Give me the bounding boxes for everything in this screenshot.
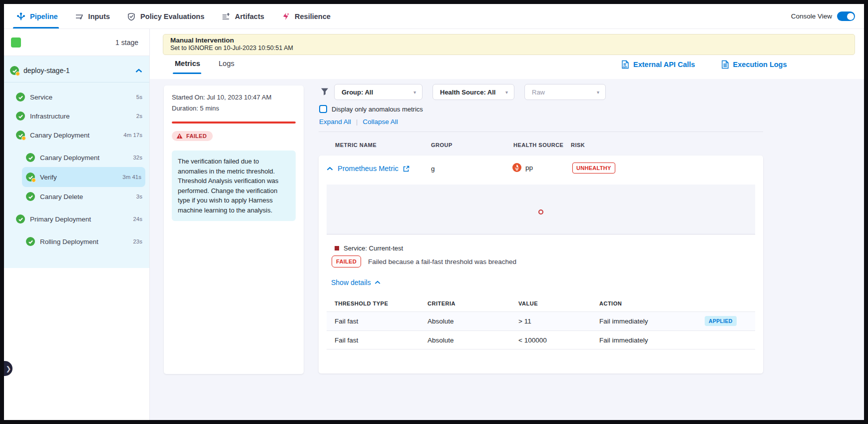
divider: | <box>356 118 358 126</box>
started-on-label: Started On: Jul 10, 2023 10:47 AM <box>172 94 296 101</box>
metric-failed-badge: FAILED <box>332 256 361 268</box>
pipeline-icon <box>16 12 25 21</box>
filter-funnel-icon[interactable] <box>320 87 329 96</box>
success-check-icon <box>26 153 35 162</box>
threshold-table-header: THRESHOLD TYPE CRITERIA VALUE ACTION <box>327 298 755 312</box>
sidebar-item-canary-deployment[interactable]: Canary Deployment 32s <box>4 148 149 167</box>
active-tab-underline <box>13 27 59 28</box>
artifacts-icon <box>221 12 230 21</box>
metric-name-link[interactable]: Prometheus Metric <box>338 164 399 172</box>
tab-policy-evaluations-label: Policy Evaluations <box>140 12 204 20</box>
sidebar-expand-handle[interactable]: ❯ <box>4 361 12 376</box>
verification-summary-card: Started On: Jul 10, 2023 10:47 AM Durati… <box>164 86 304 374</box>
sidebar-item-deploy-stage-1[interactable]: deploy-stage-1 <box>4 56 149 82</box>
verdict-message: Failed because a fail-fast threshold was… <box>368 258 516 266</box>
column-header-threshold-type: THRESHOLD TYPE <box>335 300 388 306</box>
sidebar-item-canary-deployment-group[interactable]: Canary Deployment 4m 17s <box>4 126 149 144</box>
tab-pipeline[interactable]: Pipeline <box>16 4 58 28</box>
console-view-label: Console View <box>791 12 832 20</box>
table-row: Fail fast Absolute > 11 Fail immediately… <box>327 312 755 330</box>
column-header-metric-name: METRIC NAME <box>335 142 377 148</box>
expand-all-link[interactable]: Expand All <box>319 118 351 126</box>
svg-text:API: API <box>623 66 627 68</box>
step-duration: 24s <box>133 216 142 222</box>
anomalous-metrics-checkbox[interactable] <box>319 105 327 113</box>
inputs-icon <box>75 12 84 21</box>
warning-check-icon <box>16 130 25 140</box>
verification-failure-message: The verification failed due to anomalies… <box>172 150 296 221</box>
verification-status-badge: FAILED <box>172 131 213 141</box>
tab-inputs-label: Inputs <box>88 12 110 20</box>
tab-logs[interactable]: Logs <box>219 60 234 68</box>
tab-artifacts-label: Artifacts <box>235 12 264 20</box>
step-duration: 32s <box>133 154 142 160</box>
group-filter-dropdown[interactable]: Group: All ▾ <box>334 84 423 100</box>
metric-chart[interactable] <box>327 184 755 234</box>
health-source-cell: pp <box>512 163 533 172</box>
verification-content: Started On: Jul 10, 2023 10:47 AM Durati… <box>150 79 864 420</box>
tab-policy-evaluations[interactable]: Policy Evaluations <box>127 4 204 28</box>
console-view-toggle[interactable] <box>837 12 855 21</box>
show-details-toggle[interactable]: Show details <box>331 278 381 286</box>
health-source-filter-dropdown[interactable]: Health Source: All ▾ <box>433 84 514 100</box>
resilience-icon <box>281 12 290 21</box>
stage-status-square[interactable] <box>11 38 21 48</box>
external-link-icon[interactable] <box>403 166 410 172</box>
api-document-icon: API <box>621 60 629 69</box>
sidebar-item-rolling-deployment[interactable]: Rolling Deployment 23s <box>4 232 149 251</box>
header-links: API External API Calls Execution Logs <box>621 60 787 69</box>
success-check-icon <box>16 214 25 224</box>
tab-pipeline-label: Pipeline <box>30 12 58 20</box>
success-check-icon <box>26 192 35 201</box>
risk-status-badge: UNHEALTHY <box>572 162 615 174</box>
banner-message: Set to IGNORE on 10-Jul-2023 10:50:51 AM <box>170 44 848 52</box>
step-duration: 5s <box>136 94 142 100</box>
execution-logs-link[interactable]: Execution Logs <box>721 60 787 69</box>
success-check-icon <box>26 237 35 246</box>
chevron-down-icon: ▾ <box>597 90 599 95</box>
tab-metrics[interactable]: Metrics <box>175 60 200 68</box>
chevron-up-icon[interactable] <box>135 68 142 73</box>
column-header-action: ACTION <box>599 300 622 306</box>
chevron-down-icon: ▾ <box>414 90 416 95</box>
step-duration: 2s <box>136 113 142 119</box>
warning-triangle-icon <box>176 133 183 139</box>
sidebar-item-primary-deployment[interactable]: Primary Deployment 24s <box>4 210 149 228</box>
tab-artifacts[interactable]: Artifacts <box>221 4 264 28</box>
tab-resilience[interactable]: Resilience <box>281 4 331 28</box>
threshold-table: THRESHOLD TYPE CRITERIA VALUE ACTION Fai… <box>327 298 755 350</box>
sidebar-item-service[interactable]: Service 5s <box>4 88 149 106</box>
stage-summary-header: 1 stage <box>4 29 149 56</box>
legend-square <box>335 246 339 250</box>
sidebar-item-verify[interactable]: Verify 3m 41s <box>22 167 145 187</box>
tab-inputs[interactable]: Inputs <box>75 4 110 28</box>
raw-view-dropdown[interactable]: Raw ▾ <box>524 84 606 100</box>
stage-name-label: deploy-stage-1 <box>23 66 70 74</box>
table-row: Fail fast Absolute < 100000 Fail immedia… <box>327 330 755 350</box>
main-content: Manual Intervention Set to IGNORE on 10-… <box>150 29 864 420</box>
anomalous-metrics-filter: Display only anomalous metrics <box>319 105 423 113</box>
external-api-calls-link[interactable]: API External API Calls <box>621 60 695 69</box>
column-header-criteria: CRITERIA <box>428 300 455 306</box>
content-tabs: Metrics Logs <box>175 60 234 68</box>
stage-count-label: 1 stage <box>115 38 138 46</box>
column-header-group: GROUP <box>431 142 452 148</box>
column-header-value: VALUE <box>518 300 538 306</box>
warning-check-icon <box>26 172 35 182</box>
console-view-control: Console View <box>791 12 855 21</box>
warning-check-icon <box>10 66 19 75</box>
tab-resilience-label: Resilience <box>295 12 331 20</box>
sidebar-item-canary-delete[interactable]: Canary Delete 3s <box>4 187 149 206</box>
health-source-value: pp <box>525 164 533 172</box>
manual-intervention-banner: Manual Intervention Set to IGNORE on 10-… <box>163 34 855 55</box>
toggle-knob <box>847 13 854 20</box>
metric-row-toggle[interactable]: Prometheus Metric <box>327 164 410 172</box>
collapse-all-link[interactable]: Collapse All <box>363 118 398 126</box>
sidebar-item-infrastructure[interactable]: Infrastructure 2s <box>4 106 149 126</box>
step-list: Service 5s Infrastructure 2s Canary Depl… <box>4 82 149 251</box>
column-header-risk: RISK <box>571 142 585 148</box>
chart-legend: Service: Current-test <box>335 244 403 252</box>
anomalous-data-point[interactable] <box>538 210 543 214</box>
banner-title: Manual Intervention <box>170 36 848 44</box>
metric-row-card: Prometheus Metric g pp UNHEALTHY <box>319 156 763 374</box>
